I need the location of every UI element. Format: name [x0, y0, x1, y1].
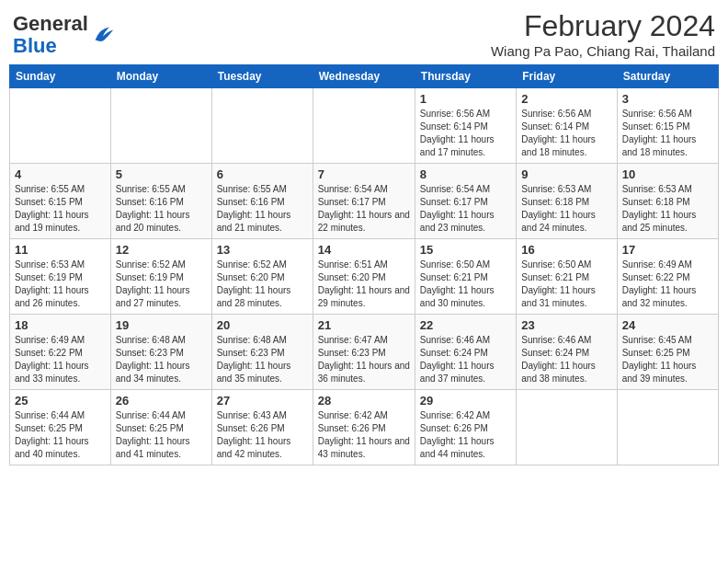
- day-info: Sunrise: 6:55 AM Sunset: 6:16 PM Dayligh…: [116, 183, 207, 235]
- week-row-1: 1Sunrise: 6:56 AM Sunset: 6:14 PM Daylig…: [10, 88, 719, 164]
- day-info: Sunrise: 6:48 AM Sunset: 6:23 PM Dayligh…: [217, 334, 308, 385]
- day-number: 18: [15, 318, 106, 332]
- calendar-cell: 26Sunrise: 6:44 AM Sunset: 6:25 PM Dayli…: [110, 390, 211, 465]
- day-info: Sunrise: 6:53 AM Sunset: 6:18 PM Dayligh…: [521, 183, 611, 235]
- calendar-cell: 8Sunrise: 6:54 AM Sunset: 6:17 PM Daylig…: [415, 164, 516, 239]
- day-number: 8: [420, 167, 511, 181]
- calendar-cell: 27Sunrise: 6:43 AM Sunset: 6:26 PM Dayli…: [211, 390, 313, 465]
- column-header-wednesday: Wednesday: [313, 65, 415, 88]
- day-number: 16: [521, 243, 611, 257]
- calendar-cell: 22Sunrise: 6:46 AM Sunset: 6:24 PM Dayli…: [415, 315, 516, 390]
- day-number: 12: [116, 243, 207, 257]
- day-number: 24: [622, 318, 713, 332]
- calendar-cell: 11Sunrise: 6:53 AM Sunset: 6:19 PM Dayli…: [10, 239, 111, 315]
- day-number: 7: [318, 167, 410, 181]
- day-info: Sunrise: 6:44 AM Sunset: 6:25 PM Dayligh…: [116, 409, 207, 461]
- calendar-cell: 9Sunrise: 6:53 AM Sunset: 6:18 PM Daylig…: [517, 164, 617, 239]
- calendar-cell: [10, 88, 111, 164]
- calendar-cell: [617, 390, 718, 465]
- day-info: Sunrise: 6:55 AM Sunset: 6:16 PM Dayligh…: [217, 183, 308, 235]
- title-block: February 2024 Wiang Pa Pao, Chiang Rai, …: [491, 9, 715, 59]
- day-number: 10: [622, 167, 713, 181]
- calendar-cell: 12Sunrise: 6:52 AM Sunset: 6:19 PM Dayli…: [110, 239, 211, 315]
- calendar-cell: 2Sunrise: 6:56 AM Sunset: 6:14 PM Daylig…: [517, 88, 617, 164]
- logo: General Blue: [13, 13, 116, 57]
- logo-blue-text: Blue: [13, 34, 57, 57]
- calendar-cell: 20Sunrise: 6:48 AM Sunset: 6:23 PM Dayli…: [211, 315, 313, 390]
- logo-general-text: General: [13, 12, 88, 35]
- day-number: 29: [420, 394, 511, 408]
- calendar-table: SundayMondayTuesdayWednesdayThursdayFrid…: [9, 64, 719, 465]
- day-number: 23: [521, 318, 611, 332]
- day-info: Sunrise: 6:51 AM Sunset: 6:20 PM Dayligh…: [318, 259, 410, 310]
- column-header-thursday: Thursday: [415, 65, 516, 88]
- week-row-5: 25Sunrise: 6:44 AM Sunset: 6:25 PM Dayli…: [10, 390, 719, 465]
- day-number: 2: [521, 92, 611, 106]
- calendar-cell: 7Sunrise: 6:54 AM Sunset: 6:17 PM Daylig…: [313, 164, 415, 239]
- calendar-cell: 29Sunrise: 6:42 AM Sunset: 6:26 PM Dayli…: [415, 390, 516, 465]
- calendar-cell: 28Sunrise: 6:42 AM Sunset: 6:26 PM Dayli…: [313, 390, 415, 465]
- day-info: Sunrise: 6:50 AM Sunset: 6:21 PM Dayligh…: [420, 259, 511, 310]
- day-info: Sunrise: 6:46 AM Sunset: 6:24 PM Dayligh…: [420, 334, 511, 385]
- day-number: 17: [622, 243, 713, 257]
- day-info: Sunrise: 6:54 AM Sunset: 6:17 PM Dayligh…: [318, 183, 410, 235]
- calendar-cell: 19Sunrise: 6:48 AM Sunset: 6:23 PM Dayli…: [110, 315, 211, 390]
- day-info: Sunrise: 6:44 AM Sunset: 6:25 PM Dayligh…: [15, 409, 106, 461]
- calendar-cell: 1Sunrise: 6:56 AM Sunset: 6:14 PM Daylig…: [415, 88, 516, 164]
- day-number: 25: [15, 394, 106, 408]
- day-number: 21: [318, 318, 410, 332]
- day-info: Sunrise: 6:43 AM Sunset: 6:26 PM Dayligh…: [217, 409, 308, 461]
- calendar-cell: 23Sunrise: 6:46 AM Sunset: 6:24 PM Dayli…: [517, 315, 617, 390]
- week-row-4: 18Sunrise: 6:49 AM Sunset: 6:22 PM Dayli…: [10, 315, 719, 390]
- day-info: Sunrise: 6:52 AM Sunset: 6:19 PM Dayligh…: [116, 259, 207, 310]
- page-header: General Blue February 2024 Wiang Pa Pao,…: [9, 9, 719, 59]
- day-info: Sunrise: 6:56 AM Sunset: 6:14 PM Dayligh…: [521, 108, 611, 159]
- day-info: Sunrise: 6:53 AM Sunset: 6:18 PM Dayligh…: [622, 183, 713, 235]
- day-number: 9: [521, 167, 611, 181]
- calendar-cell: 3Sunrise: 6:56 AM Sunset: 6:15 PM Daylig…: [617, 88, 718, 164]
- day-info: Sunrise: 6:42 AM Sunset: 6:26 PM Dayligh…: [420, 409, 511, 461]
- day-info: Sunrise: 6:52 AM Sunset: 6:20 PM Dayligh…: [217, 259, 308, 310]
- day-info: Sunrise: 6:49 AM Sunset: 6:22 PM Dayligh…: [15, 334, 106, 385]
- calendar-cell: [313, 88, 415, 164]
- column-header-sunday: Sunday: [10, 65, 111, 88]
- day-number: 1: [420, 92, 511, 106]
- calendar-cell: 15Sunrise: 6:50 AM Sunset: 6:21 PM Dayli…: [415, 239, 516, 315]
- calendar-cell: 5Sunrise: 6:55 AM Sunset: 6:16 PM Daylig…: [110, 164, 211, 239]
- column-header-monday: Monday: [110, 65, 211, 88]
- day-number: 26: [116, 394, 207, 408]
- calendar-header-row: SundayMondayTuesdayWednesdayThursdayFrid…: [10, 65, 719, 88]
- column-header-saturday: Saturday: [617, 65, 718, 88]
- day-info: Sunrise: 6:42 AM Sunset: 6:26 PM Dayligh…: [318, 409, 410, 461]
- week-row-2: 4Sunrise: 6:55 AM Sunset: 6:15 PM Daylig…: [10, 164, 719, 239]
- day-number: 28: [318, 394, 410, 408]
- calendar-cell: 13Sunrise: 6:52 AM Sunset: 6:20 PM Dayli…: [211, 239, 313, 315]
- calendar-cell: 24Sunrise: 6:45 AM Sunset: 6:25 PM Dayli…: [617, 315, 718, 390]
- day-number: 5: [116, 167, 207, 181]
- day-info: Sunrise: 6:55 AM Sunset: 6:15 PM Dayligh…: [15, 183, 106, 235]
- location-subtitle: Wiang Pa Pao, Chiang Rai, Thailand: [491, 43, 715, 59]
- calendar-cell: 17Sunrise: 6:49 AM Sunset: 6:22 PM Dayli…: [617, 239, 718, 315]
- day-number: 22: [420, 318, 511, 332]
- logo-bird-icon: [90, 22, 116, 48]
- month-year-title: February 2024: [491, 9, 715, 43]
- calendar-cell: 10Sunrise: 6:53 AM Sunset: 6:18 PM Dayli…: [617, 164, 718, 239]
- day-number: 14: [318, 243, 410, 257]
- calendar-cell: [110, 88, 211, 164]
- day-number: 27: [217, 394, 308, 408]
- calendar-cell: 4Sunrise: 6:55 AM Sunset: 6:15 PM Daylig…: [10, 164, 111, 239]
- day-number: 4: [15, 167, 106, 181]
- day-info: Sunrise: 6:49 AM Sunset: 6:22 PM Dayligh…: [622, 259, 713, 310]
- day-number: 15: [420, 243, 511, 257]
- day-info: Sunrise: 6:48 AM Sunset: 6:23 PM Dayligh…: [116, 334, 207, 385]
- day-info: Sunrise: 6:53 AM Sunset: 6:19 PM Dayligh…: [15, 259, 106, 310]
- calendar-cell: 14Sunrise: 6:51 AM Sunset: 6:20 PM Dayli…: [313, 239, 415, 315]
- column-header-tuesday: Tuesday: [211, 65, 313, 88]
- calendar-cell: 6Sunrise: 6:55 AM Sunset: 6:16 PM Daylig…: [211, 164, 313, 239]
- calendar-cell: 21Sunrise: 6:47 AM Sunset: 6:23 PM Dayli…: [313, 315, 415, 390]
- day-info: Sunrise: 6:56 AM Sunset: 6:14 PM Dayligh…: [420, 108, 511, 159]
- day-number: 19: [116, 318, 207, 332]
- day-info: Sunrise: 6:54 AM Sunset: 6:17 PM Dayligh…: [420, 183, 511, 235]
- day-number: 13: [217, 243, 308, 257]
- day-info: Sunrise: 6:47 AM Sunset: 6:23 PM Dayligh…: [318, 334, 410, 385]
